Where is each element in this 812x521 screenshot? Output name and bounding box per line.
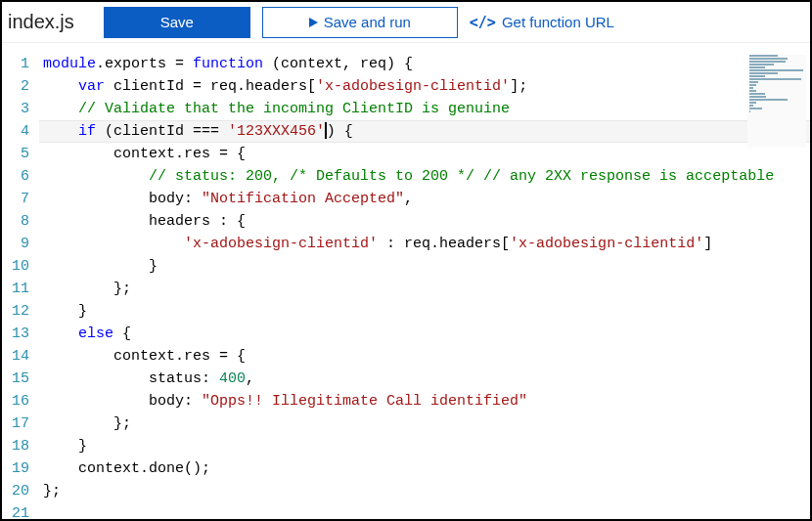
code-line[interactable]: context.done(); bbox=[39, 457, 810, 480]
save-and-run-button[interactable]: Save and run bbox=[262, 7, 458, 38]
line-number: 17 bbox=[2, 412, 29, 435]
line-number: 4 bbox=[2, 120, 29, 143]
code-line[interactable]: } bbox=[39, 300, 810, 323]
minimap[interactable] bbox=[747, 55, 806, 148]
line-number-gutter: 123456789101112131415161718192021 bbox=[2, 53, 39, 519]
line-number: 2 bbox=[2, 75, 29, 98]
get-function-url-button[interactable]: </> Get function URL bbox=[470, 7, 614, 38]
line-number: 1 bbox=[2, 53, 29, 75]
line-number: 13 bbox=[2, 323, 29, 345]
code-line[interactable]: } bbox=[39, 435, 810, 457]
line-number: 21 bbox=[2, 502, 29, 519]
code-line[interactable]: context.res = { bbox=[39, 345, 810, 368]
get-url-label: Get function URL bbox=[502, 14, 614, 30]
code-line[interactable]: }; bbox=[39, 480, 810, 502]
code-line[interactable]: 'x-adobesign-clientid' : req.headers['x-… bbox=[39, 233, 810, 255]
line-number: 19 bbox=[2, 457, 29, 480]
save-run-label: Save and run bbox=[324, 14, 411, 30]
code-brackets-icon: </> bbox=[470, 14, 496, 31]
play-icon bbox=[309, 18, 318, 27]
line-number: 12 bbox=[2, 300, 29, 323]
toolbar: index.js Save Save and run </> Get funct… bbox=[2, 2, 810, 43]
line-number: 10 bbox=[2, 255, 29, 278]
save-button[interactable]: Save bbox=[104, 7, 250, 38]
line-number: 5 bbox=[2, 143, 29, 165]
line-number: 3 bbox=[2, 98, 29, 120]
code-line[interactable]: body: "Notification Accepted", bbox=[39, 188, 810, 210]
code-line[interactable]: } bbox=[39, 255, 810, 278]
line-number: 15 bbox=[2, 368, 29, 390]
editor[interactable]: 123456789101112131415161718192021 module… bbox=[2, 43, 810, 519]
filename: index.js bbox=[8, 11, 74, 33]
code-line[interactable]: body: "Opps!! Illegitimate Call identifi… bbox=[39, 390, 810, 412]
code-line[interactable]: module.exports = function (context, req)… bbox=[39, 53, 810, 75]
line-number: 14 bbox=[2, 345, 29, 368]
code-line[interactable]: headers : { bbox=[39, 210, 810, 233]
code-line[interactable]: status: 400, bbox=[39, 368, 810, 390]
code-line[interactable] bbox=[39, 502, 810, 519]
line-number: 11 bbox=[2, 278, 29, 300]
code-line[interactable]: var clientId = req.headers['x-adobesign-… bbox=[39, 75, 810, 98]
code-line[interactable]: else { bbox=[39, 323, 810, 345]
code-content[interactable]: module.exports = function (context, req)… bbox=[39, 53, 810, 519]
line-number: 6 bbox=[2, 165, 29, 188]
code-line[interactable]: // Validate that the incoming ClientID i… bbox=[39, 98, 810, 120]
line-number: 20 bbox=[2, 480, 29, 502]
code-line[interactable]: }; bbox=[39, 412, 810, 435]
code-line[interactable]: }; bbox=[39, 278, 810, 300]
line-number: 8 bbox=[2, 210, 29, 233]
line-number: 7 bbox=[2, 188, 29, 210]
code-line[interactable]: if (clientId === '123XXX456') { bbox=[39, 120, 810, 143]
code-line[interactable]: context.res = { bbox=[39, 143, 810, 165]
line-number: 9 bbox=[2, 233, 29, 255]
save-button-label: Save bbox=[160, 14, 194, 30]
line-number: 18 bbox=[2, 435, 29, 457]
line-number: 16 bbox=[2, 390, 29, 412]
code-line[interactable]: // status: 200, /* Defaults to 200 */ //… bbox=[39, 165, 810, 188]
